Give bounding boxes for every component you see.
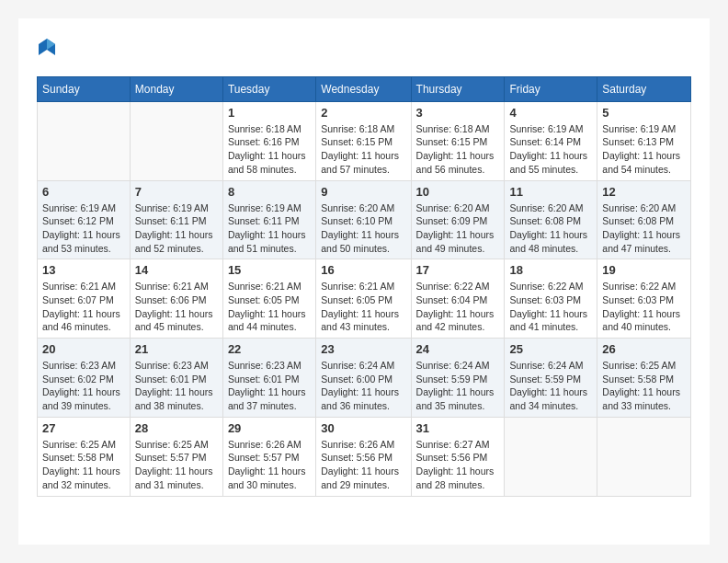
calendar-cell: 30Sunrise: 6:26 AM Sunset: 5:56 PM Dayli… <box>316 417 411 496</box>
calendar-cell: 9Sunrise: 6:20 AM Sunset: 6:10 PM Daylig… <box>316 180 411 259</box>
day-number: 9 <box>321 185 405 199</box>
calendar-cell: 19Sunrise: 6:22 AM Sunset: 6:03 PM Dayli… <box>597 259 691 339</box>
calendar-cell <box>130 101 222 180</box>
calendar-cell: 4Sunrise: 6:19 AM Sunset: 6:14 PM Daylig… <box>505 101 597 180</box>
calendar-cell: 21Sunrise: 6:23 AM Sunset: 6:01 PM Dayli… <box>130 339 222 418</box>
day-info: Sunrise: 6:27 AM Sunset: 5:56 PM Dayligh… <box>416 438 500 492</box>
calendar-week-row: 6Sunrise: 6:19 AM Sunset: 6:12 PM Daylig… <box>38 180 691 259</box>
weekday-header-friday: Friday <box>505 76 597 101</box>
calendar-cell: 25Sunrise: 6:24 AM Sunset: 5:59 PM Dayli… <box>505 339 597 418</box>
day-info: Sunrise: 6:24 AM Sunset: 6:00 PM Dayligh… <box>321 359 405 413</box>
day-info: Sunrise: 6:19 AM Sunset: 6:13 PM Dayligh… <box>602 122 686 177</box>
calendar-cell: 8Sunrise: 6:19 AM Sunset: 6:11 PM Daylig… <box>222 180 315 259</box>
calendar-cell: 16Sunrise: 6:21 AM Sunset: 6:05 PM Dayli… <box>316 259 411 339</box>
day-info: Sunrise: 6:21 AM Sunset: 6:05 PM Dayligh… <box>228 280 311 334</box>
day-info: Sunrise: 6:24 AM Sunset: 5:59 PM Dayligh… <box>509 359 592 413</box>
day-info: Sunrise: 6:23 AM Sunset: 6:02 PM Dayligh… <box>42 359 125 413</box>
day-number: 17 <box>416 263 500 277</box>
day-info: Sunrise: 6:22 AM Sunset: 6:04 PM Dayligh… <box>416 280 500 334</box>
calendar-cell: 10Sunrise: 6:20 AM Sunset: 6:09 PM Dayli… <box>411 180 505 259</box>
day-number: 25 <box>509 342 592 356</box>
day-info: Sunrise: 6:25 AM Sunset: 5:57 PM Dayligh… <box>135 438 218 492</box>
calendar-cell: 20Sunrise: 6:23 AM Sunset: 6:02 PM Dayli… <box>38 339 131 418</box>
calendar-cell: 22Sunrise: 6:23 AM Sunset: 6:01 PM Dayli… <box>222 339 315 418</box>
day-number: 12 <box>602 185 686 199</box>
calendar-cell: 5Sunrise: 6:19 AM Sunset: 6:13 PM Daylig… <box>597 101 691 180</box>
weekday-header-thursday: Thursday <box>411 76 505 101</box>
day-number: 16 <box>321 263 405 277</box>
day-number: 7 <box>135 185 218 199</box>
day-number: 4 <box>509 106 592 120</box>
page: SundayMondayTuesdayWednesdayThursdayFrid… <box>18 18 710 545</box>
weekday-header-tuesday: Tuesday <box>222 76 315 101</box>
day-number: 14 <box>135 263 218 277</box>
day-info: Sunrise: 6:21 AM Sunset: 6:05 PM Dayligh… <box>321 280 405 334</box>
day-info: Sunrise: 6:26 AM Sunset: 5:56 PM Dayligh… <box>321 438 405 492</box>
day-number: 23 <box>321 342 405 356</box>
calendar-week-row: 27Sunrise: 6:25 AM Sunset: 5:58 PM Dayli… <box>38 417 691 496</box>
day-info: Sunrise: 6:24 AM Sunset: 5:59 PM Dayligh… <box>416 359 500 413</box>
calendar-cell: 13Sunrise: 6:21 AM Sunset: 6:07 PM Dayli… <box>38 259 131 339</box>
calendar-week-row: 20Sunrise: 6:23 AM Sunset: 6:02 PM Dayli… <box>38 339 691 418</box>
day-number: 1 <box>228 106 311 120</box>
day-info: Sunrise: 6:18 AM Sunset: 6:16 PM Dayligh… <box>228 122 311 177</box>
day-info: Sunrise: 6:25 AM Sunset: 5:58 PM Dayligh… <box>602 359 686 413</box>
calendar-cell: 27Sunrise: 6:25 AM Sunset: 5:58 PM Dayli… <box>38 417 131 496</box>
day-number: 20 <box>42 342 125 356</box>
calendar-cell: 14Sunrise: 6:21 AM Sunset: 6:06 PM Dayli… <box>130 259 222 339</box>
day-number: 19 <box>602 263 686 277</box>
calendar-header-row: SundayMondayTuesdayWednesdayThursdayFrid… <box>38 76 691 101</box>
calendar-cell <box>505 417 597 496</box>
day-number: 22 <box>228 342 311 356</box>
day-info: Sunrise: 6:20 AM Sunset: 6:08 PM Dayligh… <box>509 201 592 256</box>
header <box>37 37 691 62</box>
calendar-cell: 2Sunrise: 6:18 AM Sunset: 6:15 PM Daylig… <box>316 101 411 180</box>
day-info: Sunrise: 6:21 AM Sunset: 6:07 PM Dayligh… <box>42 280 125 334</box>
day-number: 6 <box>42 185 125 199</box>
logo <box>37 37 55 62</box>
day-info: Sunrise: 6:23 AM Sunset: 6:01 PM Dayligh… <box>135 359 218 413</box>
day-number: 24 <box>416 342 500 356</box>
day-info: Sunrise: 6:22 AM Sunset: 6:03 PM Dayligh… <box>509 280 592 334</box>
calendar: SundayMondayTuesdayWednesdayThursdayFrid… <box>37 76 691 497</box>
calendar-cell: 15Sunrise: 6:21 AM Sunset: 6:05 PM Dayli… <box>222 259 315 339</box>
calendar-cell: 24Sunrise: 6:24 AM Sunset: 5:59 PM Dayli… <box>411 339 505 418</box>
calendar-cell: 23Sunrise: 6:24 AM Sunset: 6:00 PM Dayli… <box>316 339 411 418</box>
day-info: Sunrise: 6:25 AM Sunset: 5:58 PM Dayligh… <box>42 438 125 492</box>
weekday-header-monday: Monday <box>130 76 222 101</box>
calendar-cell: 11Sunrise: 6:20 AM Sunset: 6:08 PM Dayli… <box>505 180 597 259</box>
day-number: 21 <box>135 342 218 356</box>
day-number: 31 <box>416 421 500 435</box>
day-info: Sunrise: 6:20 AM Sunset: 6:09 PM Dayligh… <box>416 201 500 256</box>
day-info: Sunrise: 6:20 AM Sunset: 6:10 PM Dayligh… <box>321 201 405 256</box>
day-number: 2 <box>321 106 405 120</box>
calendar-cell: 3Sunrise: 6:18 AM Sunset: 6:15 PM Daylig… <box>411 101 505 180</box>
day-info: Sunrise: 6:19 AM Sunset: 6:14 PM Dayligh… <box>509 122 592 177</box>
day-number: 11 <box>509 185 592 199</box>
calendar-cell <box>597 417 691 496</box>
day-info: Sunrise: 6:20 AM Sunset: 6:08 PM Dayligh… <box>602 201 686 256</box>
weekday-header-saturday: Saturday <box>597 76 691 101</box>
day-info: Sunrise: 6:18 AM Sunset: 6:15 PM Dayligh… <box>321 122 405 177</box>
calendar-cell: 28Sunrise: 6:25 AM Sunset: 5:57 PM Dayli… <box>130 417 222 496</box>
calendar-cell: 29Sunrise: 6:26 AM Sunset: 5:57 PM Dayli… <box>222 417 315 496</box>
day-number: 29 <box>228 421 311 435</box>
calendar-cell: 26Sunrise: 6:25 AM Sunset: 5:58 PM Dayli… <box>597 339 691 418</box>
calendar-cell: 17Sunrise: 6:22 AM Sunset: 6:04 PM Dayli… <box>411 259 505 339</box>
weekday-header-wednesday: Wednesday <box>316 76 411 101</box>
day-number: 18 <box>509 263 592 277</box>
day-info: Sunrise: 6:22 AM Sunset: 6:03 PM Dayligh… <box>602 280 686 334</box>
logo-icon <box>39 37 55 57</box>
day-number: 26 <box>602 342 686 356</box>
day-number: 8 <box>228 185 311 199</box>
calendar-cell: 31Sunrise: 6:27 AM Sunset: 5:56 PM Dayli… <box>411 417 505 496</box>
calendar-cell: 18Sunrise: 6:22 AM Sunset: 6:03 PM Dayli… <box>505 259 597 339</box>
weekday-header-sunday: Sunday <box>38 76 131 101</box>
day-info: Sunrise: 6:18 AM Sunset: 6:15 PM Dayligh… <box>416 122 500 177</box>
day-info: Sunrise: 6:19 AM Sunset: 6:11 PM Dayligh… <box>228 201 311 256</box>
day-info: Sunrise: 6:21 AM Sunset: 6:06 PM Dayligh… <box>135 280 218 334</box>
day-number: 13 <box>42 263 125 277</box>
calendar-cell: 12Sunrise: 6:20 AM Sunset: 6:08 PM Dayli… <box>597 180 691 259</box>
calendar-week-row: 13Sunrise: 6:21 AM Sunset: 6:07 PM Dayli… <box>38 259 691 339</box>
day-number: 10 <box>416 185 500 199</box>
